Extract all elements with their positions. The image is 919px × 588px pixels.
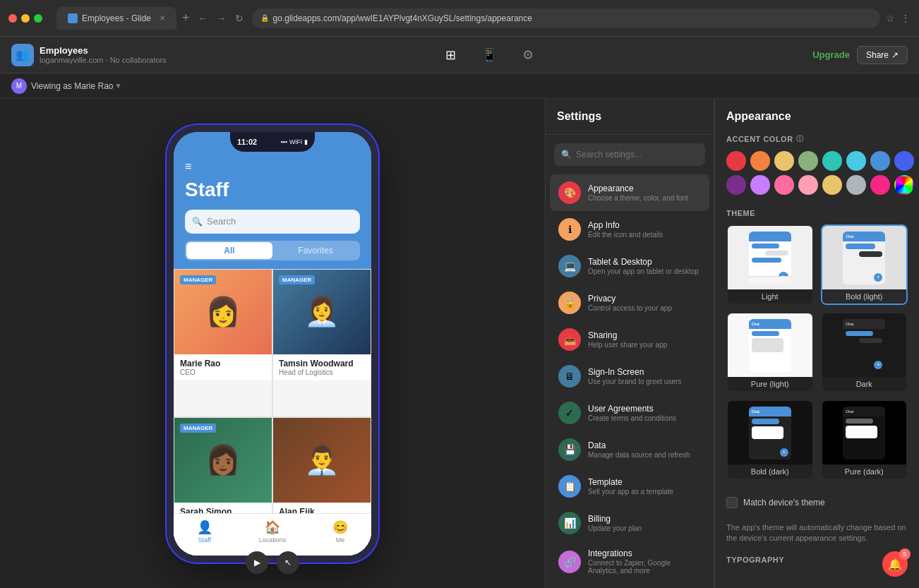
- address-bar[interactable]: 🔒 go.glideapps.com/app/wwIE1AYPlvgt4nXGu…: [252, 8, 880, 28]
- theme-card-pure-light[interactable]: Chat Pure (light): [726, 312, 814, 392]
- upgrade-button[interactable]: Upgrade: [812, 49, 850, 60]
- theme-preview-bold-light: Chat +: [822, 226, 907, 289]
- app-name-area: Employees loganmayville.com · No collabo…: [40, 45, 167, 64]
- color-swatch-green[interactable]: [798, 151, 818, 171]
- tab-favicon: [68, 13, 78, 23]
- settings-search-bar[interactable]: 🔍: [554, 143, 705, 166]
- settings-item-template[interactable]: 📋 Template Sell your app as a template: [550, 468, 709, 505]
- settings-item-tablet[interactable]: 💻 Tablet & Desktop Open your app on tabl…: [550, 248, 709, 284]
- accent-color-section-label: ACCENT COLOR ⓘ: [726, 134, 908, 144]
- appearance-item-label: Appearance: [588, 184, 701, 193]
- phone-tab-all[interactable]: All: [186, 242, 272, 259]
- theme-card-pure-dark[interactable]: Chat Pure (dark): [821, 400, 908, 480]
- minimize-button[interactable]: [21, 14, 30, 23]
- settings-item-agreements[interactable]: ✓ User Agreements Create terms and condi…: [550, 395, 709, 431]
- phone-tabs: All Favorites: [185, 241, 360, 260]
- color-swatch-custom[interactable]: [894, 175, 914, 195]
- settings-header: Settings: [546, 99, 714, 135]
- manager-badge-3: MANAGER: [180, 424, 216, 433]
- settings-view-button[interactable]: ⚙: [517, 44, 539, 66]
- settings-item-billing[interactable]: 📊 Billing Update your plan: [550, 505, 709, 541]
- phone-bottom-nav: 👤 Staff 🏠 Locations 😊 Me: [174, 513, 371, 556]
- me-nav-icon: 😊: [332, 520, 348, 535]
- theme-label-light: Light: [728, 289, 812, 304]
- color-swatch-gray[interactable]: [846, 175, 866, 195]
- phone-tab-favorites[interactable]: Favorites: [272, 242, 359, 259]
- back-button[interactable]: ←: [196, 11, 211, 25]
- settings-search-icon: 🔍: [561, 150, 572, 160]
- bookmark-icon[interactable]: ☆: [886, 13, 895, 24]
- phone-card-2[interactable]: 👩‍💼 MANAGER Tamsin Woodward Head of Logi…: [272, 269, 371, 417]
- settings-item-app-info[interactable]: ℹ App Info Edit the icon and details: [550, 211, 709, 248]
- privacy-item-icon: 🔒: [558, 292, 581, 314]
- theme-preview-light: +: [728, 226, 812, 289]
- notification-bell[interactable]: 🔔 5: [882, 551, 908, 577]
- theme-card-bold-light[interactable]: Chat + Bold (light): [821, 224, 908, 305]
- forward-button[interactable]: →: [214, 11, 229, 25]
- header-view-switcher: ⊞ 📱 ⚙: [167, 44, 812, 66]
- browser-actions: ☆ ⋮: [886, 13, 911, 24]
- phone-view-button[interactable]: 📱: [476, 44, 503, 66]
- cursor-button[interactable]: ↖: [277, 551, 299, 574]
- color-swatch-teal[interactable]: [822, 151, 842, 171]
- template-item-icon: 📋: [558, 475, 581, 498]
- card-role-1: CEO: [180, 368, 266, 376]
- card-image-4: 👨‍💼: [273, 418, 371, 503]
- color-swatch-violet[interactable]: [750, 175, 770, 195]
- phone-time: 11:02: [237, 138, 257, 146]
- color-swatch-light-pink[interactable]: [798, 175, 818, 195]
- color-swatch-pink[interactable]: [774, 175, 794, 195]
- bell-icon: 🔔: [888, 558, 902, 571]
- template-item-label: Template: [588, 477, 701, 487]
- maximize-button[interactable]: [34, 14, 42, 23]
- color-swatch-cyan[interactable]: [846, 151, 866, 171]
- settings-search-input[interactable]: [576, 150, 698, 160]
- play-controls: ▶ ↖: [246, 551, 299, 574]
- phone-search-bar[interactable]: 🔍 Search: [185, 210, 360, 234]
- color-swatch-gold[interactable]: [822, 175, 842, 195]
- theme-mini-phone-pure-light: Chat: [749, 319, 791, 372]
- typography-section-label: TYPOGRAPHY: [726, 556, 908, 564]
- theme-card-dark[interactable]: Chat + Dark: [821, 312, 908, 392]
- theme-label-bold-light: Bold (light): [822, 289, 907, 304]
- refresh-button[interactable]: ↻: [232, 11, 246, 25]
- color-swatch-purple[interactable]: [726, 175, 746, 195]
- settings-item-sign-in[interactable]: 🖥 Sign-In Screen Use your brand to greet…: [550, 358, 709, 395]
- tab-close-icon[interactable]: ✕: [160, 14, 165, 22]
- close-button[interactable]: [8, 14, 17, 23]
- settings-panel: Settings 🔍 🎨 Appearance Choose a theme, …: [545, 99, 714, 588]
- extension-icon[interactable]: ⋮: [901, 13, 911, 24]
- phone-app-title: Staff: [185, 179, 360, 201]
- new-tab-button[interactable]: +: [182, 11, 190, 25]
- color-swatch-orange[interactable]: [750, 151, 770, 171]
- color-swatch-indigo[interactable]: [894, 151, 914, 171]
- phone-card-1[interactable]: 👩 MANAGER Marie Rao CEO: [174, 269, 272, 417]
- settings-item-appearance[interactable]: 🎨 Appearance Choose a theme, color, and …: [550, 174, 709, 211]
- settings-item-data[interactable]: 💾 Data Manage data source and refresh: [550, 431, 709, 468]
- agreements-item-text: User Agreements Create terms and conditi…: [588, 404, 701, 422]
- privacy-item-desc: Control access to your app: [588, 304, 701, 312]
- hamburger-icon[interactable]: ≡: [185, 160, 360, 173]
- color-swatch-hot-pink[interactable]: [870, 175, 890, 195]
- tablet-item-desc: Open your app on tablet or desktop: [588, 268, 701, 275]
- match-theme-checkbox[interactable]: [726, 497, 738, 508]
- theme-card-light[interactable]: + Light: [726, 224, 814, 305]
- share-button[interactable]: Share ↗: [857, 46, 908, 64]
- viewing-dropdown-icon[interactable]: ▼: [115, 82, 122, 90]
- settings-item-sharing[interactable]: 📤 Sharing Help user share your app: [550, 321, 709, 358]
- bottom-nav-me[interactable]: 😊 Me: [332, 520, 348, 544]
- bottom-nav-staff[interactable]: 👤 Staff: [197, 520, 212, 544]
- bottom-nav-locations[interactable]: 🏠 Locations: [259, 520, 287, 544]
- play-button[interactable]: ▶: [246, 551, 268, 574]
- theme-mini-phone-light: +: [749, 232, 791, 284]
- color-swatch-red[interactable]: [726, 151, 746, 171]
- table-view-button[interactable]: ⊞: [440, 44, 462, 66]
- color-swatch-blue[interactable]: [870, 151, 890, 171]
- color-swatch-yellow[interactable]: [774, 151, 794, 171]
- settings-item-privacy[interactable]: 🔒 Privacy Control access to your app: [550, 284, 709, 321]
- settings-item-integrations[interactable]: 🔗 Integrations Connect to Zapier, Google…: [550, 541, 709, 582]
- app-info-item-desc: Edit the icon and details: [588, 231, 701, 239]
- accent-color-info-icon[interactable]: ⓘ: [796, 134, 804, 144]
- theme-card-bold-dark[interactable]: Chat + Bold (dark): [726, 400, 814, 480]
- browser-tab-active[interactable]: Employees - Glide ✕: [56, 7, 176, 30]
